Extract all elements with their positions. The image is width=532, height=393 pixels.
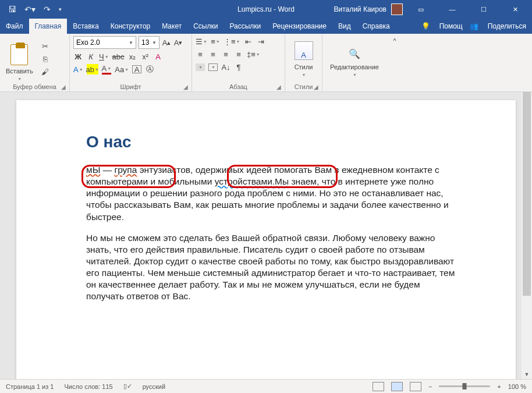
dialog-launcher-icon[interactable]: ◢: [183, 84, 188, 90]
show-marks-icon[interactable]: ¶: [234, 62, 243, 72]
strikethrough-button[interactable]: abc: [112, 51, 125, 62]
dialog-launcher-icon[interactable]: ◢: [276, 84, 281, 90]
qat-customize-icon[interactable]: ▾: [59, 6, 62, 12]
read-mode-icon[interactable]: [373, 382, 384, 391]
ribbon: Вставить ▼ ✂ ⎘ 🖌 Буфер обмена◢ Exo 2.0▼ …: [0, 34, 532, 92]
minimize-icon[interactable]: —: [439, 0, 466, 19]
undo-icon[interactable]: ↶▾: [24, 5, 36, 14]
tab-mailings[interactable]: Рассылки: [224, 19, 267, 34]
editing-label[interactable]: Редактирование: [330, 63, 379, 70]
underline-button[interactable]: Ч▼: [99, 51, 109, 62]
maximize-icon[interactable]: ☐: [470, 0, 497, 19]
shading-icon[interactable]: ▼: [196, 63, 205, 71]
decrease-indent-icon[interactable]: ⇤: [243, 36, 253, 47]
font-name-value: Exo 2.0: [76, 38, 100, 47]
dialog-launcher-icon[interactable]: ◢: [314, 84, 318, 90]
align-right-icon[interactable]: ≡: [221, 49, 230, 59]
zoom-slider[interactable]: [439, 385, 490, 387]
align-left-icon[interactable]: ≡: [196, 49, 205, 59]
user-name[interactable]: Виталий Каиров: [334, 5, 386, 13]
subscript-button[interactable]: x₂: [128, 51, 137, 62]
status-wordcount[interactable]: Число слов: 115: [64, 383, 112, 390]
borders-icon[interactable]: ▼: [208, 63, 218, 71]
font-size-combo[interactable]: 13▼: [139, 36, 159, 49]
align-center-icon[interactable]: ≡: [208, 49, 218, 59]
increase-indent-icon[interactable]: ⇥: [256, 36, 265, 47]
share-icon: 👥: [470, 22, 478, 30]
italic-button[interactable]: К: [86, 51, 95, 62]
group-font-label: Шрифт: [120, 83, 141, 90]
bold-button[interactable]: Ж: [73, 51, 83, 62]
grow-font-icon[interactable]: A▴: [162, 37, 171, 48]
styles-icon[interactable]: A: [295, 41, 313, 60]
group-editing: 🔍 Редактирование ▼: [322, 34, 386, 91]
paste-label: Вставить: [6, 68, 33, 75]
tab-review[interactable]: Рецензирование: [267, 19, 332, 34]
bullet-list-icon[interactable]: ☰▼: [196, 36, 207, 47]
tab-layout[interactable]: Макет: [156, 19, 187, 34]
tab-help[interactable]: Справка: [357, 19, 396, 34]
cut-icon[interactable]: ✂: [40, 42, 51, 51]
ribbon-tabs: Файл Главная Вставка Конструктор Макет С…: [0, 19, 532, 34]
line-spacing-icon[interactable]: ‡≡▼: [247, 49, 260, 59]
error-word: група: [115, 165, 137, 175]
format-painter-icon[interactable]: 🖌: [40, 68, 51, 77]
sort-icon[interactable]: A↓: [221, 62, 230, 72]
change-case-icon[interactable]: Aa▼: [115, 64, 129, 75]
dialog-launcher-icon[interactable]: ◢: [61, 84, 66, 90]
tab-insert[interactable]: Вставка: [67, 19, 105, 34]
zoom-thumb[interactable]: [463, 383, 467, 390]
justify-icon[interactable]: ≡: [234, 49, 243, 59]
lightbulb-icon: 💡: [421, 22, 430, 30]
tab-view[interactable]: Вид: [332, 19, 357, 34]
paste-button[interactable]: Вставить ▼: [3, 36, 36, 82]
collapse-ribbon-icon[interactable]: ˄: [386, 34, 403, 91]
ribbon-options-icon[interactable]: ▭: [407, 0, 434, 19]
styles-label[interactable]: Стили: [295, 63, 313, 70]
print-layout-icon[interactable]: [391, 382, 403, 391]
copy-icon[interactable]: ⎘: [40, 55, 51, 64]
font-name-combo[interactable]: Exo 2.0▼: [73, 36, 136, 49]
group-styles-label: Стили: [295, 83, 313, 90]
tab-home[interactable]: Главная: [29, 19, 68, 34]
scroll-thumb[interactable]: [523, 92, 531, 296]
user-avatar[interactable]: [391, 3, 403, 15]
find-icon[interactable]: 🔍: [349, 48, 360, 60]
superscript-button[interactable]: x²: [141, 51, 150, 62]
status-language[interactable]: русский: [143, 383, 165, 390]
web-layout-icon[interactable]: [410, 382, 421, 391]
close-icon[interactable]: ✕: [502, 0, 529, 19]
tab-file[interactable]: Файл: [0, 19, 29, 34]
chevron-down-icon: ▼: [152, 40, 157, 45]
tell-me[interactable]: Помощ: [434, 20, 469, 33]
tab-design[interactable]: Конструктор: [105, 19, 156, 34]
number-list-icon[interactable]: ≡▼: [211, 36, 220, 47]
zoom-out-icon[interactable]: −: [428, 383, 432, 390]
paragraph-2: Но мы не сможем это сделать без Вашей об…: [86, 232, 457, 303]
scroll-down-icon[interactable]: ▼: [523, 370, 531, 379]
vertical-scrollbar[interactable]: ▲ ▼: [522, 92, 532, 379]
font-color-icon[interactable]: A▼: [102, 64, 112, 75]
text-effects-icon[interactable]: A▼: [73, 64, 83, 75]
clear-format-icon[interactable]: A: [154, 51, 163, 62]
highlight-icon[interactable]: ab▼: [87, 64, 98, 75]
group-clipboard: Вставить ▼ ✂ ⎘ 🖌 Буфер обмена◢: [0, 34, 70, 91]
chevron-down-icon: ▼: [17, 77, 22, 81]
shrink-font-icon[interactable]: A▾: [173, 37, 183, 48]
proofing-icon[interactable]: ▯✓: [123, 383, 132, 390]
share-button[interactable]: Поделиться: [482, 20, 532, 33]
font-size-value: 13: [141, 38, 149, 47]
redo-icon[interactable]: ↷: [44, 5, 51, 14]
zoom-in-icon[interactable]: +: [497, 383, 501, 390]
char-border-icon[interactable]: A: [132, 65, 141, 73]
page[interactable]: О нас мЫ — група энтузиастов, одержимых …: [16, 100, 516, 393]
clipboard-icon: [10, 44, 28, 65]
tab-references[interactable]: Ссылки: [187, 19, 224, 34]
zoom-level[interactable]: 100 %: [508, 383, 526, 390]
multilevel-list-icon[interactable]: ⋮≡▼: [224, 36, 240, 47]
chevron-down-icon: ▼: [302, 73, 306, 77]
group-paragraph: ☰▼ ≡▼ ⋮≡▼ ⇤ ⇥ ≡ ≡ ≡ ≡ ‡≡▼ ▼ ▼ A↓ ¶ Абзац…: [192, 34, 285, 91]
status-page[interactable]: Страница 1 из 1: [6, 383, 54, 390]
enclose-icon[interactable]: Ⓐ: [145, 64, 154, 75]
save-icon[interactable]: 🖫: [8, 5, 16, 14]
